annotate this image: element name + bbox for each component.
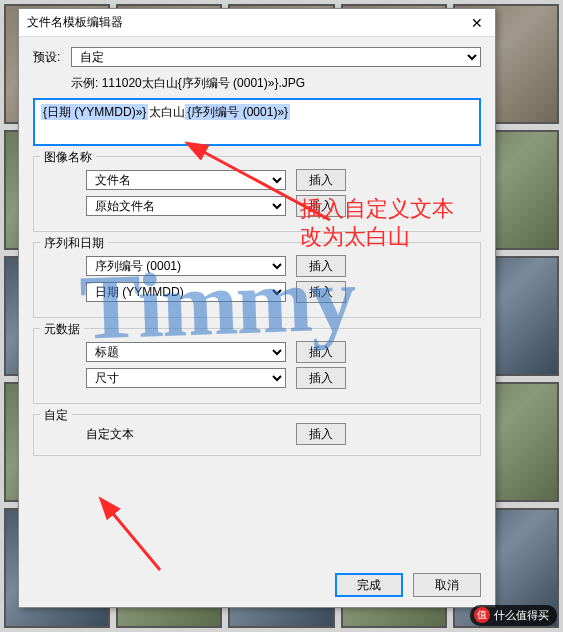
insert-button[interactable]: 插入 <box>296 423 346 445</box>
date-select[interactable]: 日期 (YYMMDD) <box>86 282 286 302</box>
done-button[interactable]: 完成 <box>335 573 403 597</box>
insert-button[interactable]: 插入 <box>296 169 346 191</box>
group-image-name: 图像名称 文件名 插入 原始文件名 插入 <box>33 156 481 232</box>
filename-select[interactable]: 文件名 <box>86 170 286 190</box>
token-sequence: {序列编号 (0001)»} <box>185 104 290 120</box>
title-select[interactable]: 标题 <box>86 342 286 362</box>
insert-button[interactable]: 插入 <box>296 281 346 303</box>
preset-select[interactable]: 自定 <box>71 47 481 67</box>
preset-label: 预设: <box>33 49 71 66</box>
original-filename-select[interactable]: 原始文件名 <box>86 196 286 216</box>
close-icon[interactable]: ✕ <box>467 15 487 31</box>
cancel-button[interactable]: 取消 <box>413 573 481 597</box>
insert-button[interactable]: 插入 <box>296 255 346 277</box>
group-label: 序列和日期 <box>40 235 108 252</box>
dialog-title: 文件名模板编辑器 <box>27 14 467 31</box>
token-date: {日期 (YYMMDD)»} <box>41 104 148 120</box>
site-badge: 什么值得买 <box>470 605 557 626</box>
group-metadata: 元数据 标题 插入 尺寸 插入 <box>33 328 481 404</box>
dialog-titlebar: 文件名模板编辑器 ✕ <box>19 9 495 37</box>
insert-button[interactable]: 插入 <box>296 341 346 363</box>
group-label: 元数据 <box>40 321 84 338</box>
insert-button[interactable]: 插入 <box>296 367 346 389</box>
group-sequence-date: 序列和日期 序列编号 (0001) 插入 日期 (YYMMDD) 插入 <box>33 242 481 318</box>
insert-button[interactable]: 插入 <box>296 195 346 217</box>
group-label: 图像名称 <box>40 149 96 166</box>
template-input[interactable]: {日期 (YYMMDD)»}太白山{序列编号 (0001)»} <box>33 98 481 146</box>
dimensions-select[interactable]: 尺寸 <box>86 368 286 388</box>
sequence-select[interactable]: 序列编号 (0001) <box>86 256 286 276</box>
filename-template-editor-dialog: 文件名模板编辑器 ✕ 预设: 自定 示例: 111020太白山{序列编号 (00… <box>18 8 496 608</box>
group-custom: 自定 自定文本 插入 <box>33 414 481 456</box>
group-label: 自定 <box>40 407 72 424</box>
token-text: 太白山 <box>149 105 185 119</box>
custom-text-label: 自定文本 <box>86 426 286 443</box>
example-line: 示例: 111020太白山{序列编号 (0001)»}.JPG <box>71 75 481 92</box>
